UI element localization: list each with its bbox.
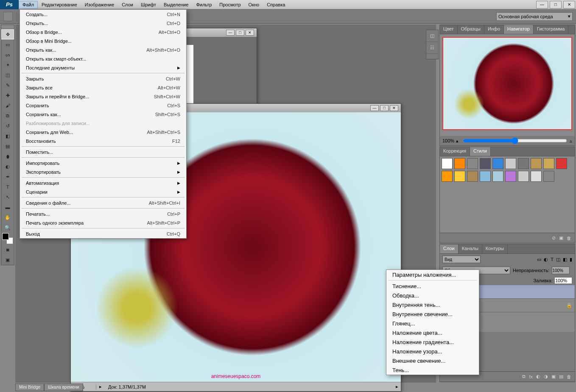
filter-toggle[interactable]: ▮ (570, 257, 572, 262)
filter-icon[interactable]: ◫ (556, 257, 560, 262)
maximize-button[interactable]: □ (550, 1, 562, 8)
folder-icon[interactable]: ▣ (551, 374, 556, 379)
bottom-tab[interactable]: Шкала времени (44, 384, 83, 391)
crop-tool[interactable]: ◫ (1, 70, 14, 80)
navigator-thumbnail-area[interactable] (440, 34, 575, 136)
close-button[interactable]: ✕ (563, 1, 575, 8)
context-item[interactable]: Глянец... (386, 319, 479, 328)
doc-close-button[interactable]: ✕ (246, 30, 254, 36)
eraser-tool[interactable]: ◧ (1, 131, 14, 141)
menu-item[interactable]: Автоматизация▶ (20, 178, 186, 187)
toolbox-grip[interactable] (1, 25, 14, 29)
healing-tool[interactable]: ✚ (1, 90, 14, 100)
zoom-tool[interactable]: 🔍 (1, 222, 14, 233)
panel-tab[interactable]: Коррекция (440, 147, 470, 156)
tool-preset-icon[interactable] (3, 12, 13, 21)
menu-item[interactable]: Сохранить для Web...Alt+Shift+Ctrl+S (20, 128, 186, 136)
panel-tab[interactable]: Навигатор (504, 25, 534, 34)
menu-item[interactable]: Открыть как...Alt+Shift+Ctrl+O (20, 45, 186, 54)
context-item[interactable]: Внешнее свечение... (386, 356, 479, 365)
menu-изображение[interactable]: Изображение (81, 1, 118, 8)
chevron-right-icon[interactable]: ▸ (393, 384, 401, 389)
no-icon[interactable]: ⊘ (552, 235, 556, 241)
style-swatch[interactable] (543, 171, 554, 182)
menu-просмотр[interactable]: Просмотр (215, 1, 244, 8)
layer-filter-dropdown[interactable]: Вид (442, 256, 481, 263)
brush-tool[interactable]: 🖌 (1, 100, 14, 111)
menu-item[interactable]: Обзор в Mini Bridge... (20, 36, 186, 45)
context-item[interactable]: Наложение градиента... (386, 337, 479, 347)
screenmode-tool[interactable]: ▣ (1, 255, 14, 265)
menu-item[interactable]: Создать...Ctrl+N (20, 10, 186, 19)
navigator-zoom-slider[interactable] (463, 137, 567, 144)
doc-minimize-button[interactable]: — (226, 30, 235, 36)
context-item[interactable]: Внутреннее свечение... (386, 309, 479, 319)
filter-icon[interactable]: ▭ (537, 257, 541, 262)
style-swatch[interactable] (467, 158, 478, 169)
style-swatch[interactable] (518, 158, 529, 169)
color-swatch[interactable] (1, 233, 14, 245)
context-item[interactable]: Наложение цвета... (386, 328, 479, 337)
move-tool[interactable]: ✥ (1, 29, 14, 39)
style-swatch[interactable] (505, 158, 516, 169)
doc-maximize-button[interactable]: □ (380, 105, 389, 111)
new-icon[interactable]: ▣ (559, 235, 563, 241)
pen-tool[interactable]: ✒ (1, 172, 14, 182)
filter-icon[interactable]: ◧ (563, 257, 567, 262)
style-swatch[interactable] (492, 171, 503, 182)
menu-слои[interactable]: Слои (118, 1, 137, 8)
style-swatch[interactable] (492, 158, 503, 169)
eyedropper-tool[interactable]: ✎ (1, 80, 14, 90)
mask-icon[interactable]: ◐ (536, 374, 540, 379)
panel-tab[interactable]: Каналы (459, 245, 482, 253)
style-swatch[interactable] (531, 158, 542, 169)
context-item[interactable]: Обводка... (386, 291, 479, 300)
fx-icon[interactable]: fx (529, 374, 533, 379)
menu-item[interactable]: Открыть как смарт-объект... (20, 54, 186, 63)
style-swatch[interactable] (467, 171, 478, 182)
menu-item[interactable]: Сохранить как...Shift+Ctrl+S (20, 110, 186, 119)
trash-icon[interactable]: 🗑 (567, 374, 571, 379)
style-swatch[interactable] (518, 171, 529, 182)
lasso-tool[interactable]: ᔕ (1, 50, 14, 60)
menu-редактирование[interactable]: Редактирование (38, 1, 81, 8)
filter-icon[interactable]: T (551, 257, 554, 262)
context-item[interactable]: Наложение узора... (386, 347, 479, 356)
panel-tab[interactable]: Инфо (484, 25, 504, 34)
menu-фильтр[interactable]: Фильтр (192, 1, 215, 8)
style-swatch[interactable] (442, 171, 453, 182)
panel-tab[interactable]: Стили (470, 147, 491, 156)
menu-item[interactable]: Печатать...Ctrl+P (20, 209, 186, 218)
context-item[interactable]: Тиснение... (386, 281, 479, 291)
panel-tab[interactable]: Образцы (458, 25, 484, 34)
stamp-tool[interactable]: ⧉ (1, 111, 14, 121)
doc-minimize-button[interactable]: — (370, 105, 379, 111)
panel-icon[interactable]: ◫ (426, 30, 438, 42)
history-brush-tool[interactable]: ↺ (1, 121, 14, 131)
shape-tool[interactable]: ▬ (1, 202, 14, 212)
menu-item[interactable]: Печать одного экземпляраAlt+Shift+Ctrl+P (20, 218, 186, 227)
menu-item[interactable]: Закрыть всеAlt+Ctrl+W (20, 83, 186, 92)
filter-icon[interactable]: ◐ (544, 257, 548, 262)
menu-item[interactable]: Сценарии▶ (20, 187, 186, 196)
menu-окно[interactable]: Окно (245, 1, 263, 8)
workspace-dropdown[interactable]: Основная рабочая среда▾ (496, 12, 573, 21)
zoom-out-icon[interactable]: ▴ (456, 138, 459, 144)
menu-item[interactable]: Последние документы▶ (20, 63, 186, 72)
style-swatch[interactable] (505, 171, 516, 182)
path-tool[interactable]: ↖ (1, 192, 14, 202)
zoom-in-icon[interactable]: ▵ (570, 138, 572, 144)
marquee-tool[interactable]: ▭ (1, 39, 14, 50)
panel-icon[interactable]: ☷ (426, 42, 438, 54)
menu-файл[interactable]: Файл (19, 1, 38, 8)
menu-выделение[interactable]: Выделение (160, 1, 192, 8)
menu-item[interactable]: Экспортировать▶ (20, 167, 186, 176)
type-tool[interactable]: T (1, 182, 14, 192)
menu-item[interactable]: ВосстановитьF12 (20, 136, 186, 145)
menu-item[interactable]: ЗакрытьCtrl+W (20, 74, 186, 83)
context-item[interactable]: Параметры наложения... (386, 270, 479, 279)
menu-item[interactable]: Открыть...Ctrl+O (20, 19, 186, 28)
style-swatch[interactable] (480, 158, 491, 169)
menu-item[interactable]: Обзор в Bridge...Alt+Ctrl+O (20, 28, 186, 36)
style-swatch[interactable] (531, 171, 542, 182)
